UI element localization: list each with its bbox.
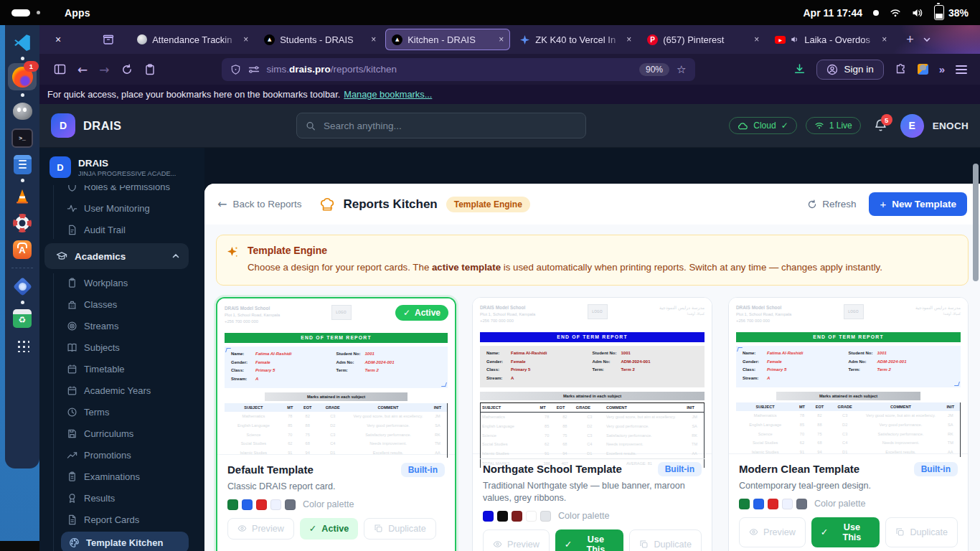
activities-indicator[interactable]: [11, 9, 40, 17]
sidebar-item-streams[interactable]: Streams: [39, 315, 204, 336]
tab-close-icon[interactable]: ×: [499, 34, 504, 44]
sidebar-item-promotions[interactable]: Promotions: [39, 444, 204, 466]
refresh-button[interactable]: Refresh: [807, 199, 856, 209]
preview-button[interactable]: Preview: [739, 517, 806, 547]
app-grid-icon[interactable]: [10, 334, 34, 357]
sign-in-button[interactable]: Sign in: [816, 60, 883, 80]
reload-icon[interactable]: [121, 64, 133, 75]
tab-pinterest[interactable]: P (657) Pinterest ×: [641, 29, 765, 50]
download-icon[interactable]: [793, 63, 806, 75]
sidebar-item-report-cards[interactable]: Report Cards: [39, 509, 204, 530]
table-cell: Excellent results.: [348, 448, 428, 458]
table-cell: Science: [225, 430, 283, 439]
template-card-modern-clean[interactable]: DRAIS Model SchoolPlot 1, School Road, K…: [728, 297, 969, 551]
extension-icon[interactable]: [918, 64, 928, 75]
apps-menu[interactable]: Apps: [65, 7, 90, 19]
firefox-icon[interactable]: 1: [8, 63, 37, 90]
vscode-icon[interactable]: [10, 31, 34, 54]
sidebar-item-workplans[interactable]: Workplans: [39, 272, 204, 293]
tab-close-icon[interactable]: ×: [754, 34, 759, 44]
clock[interactable]: Apr 11 17:44: [803, 7, 862, 19]
zoom-level-badge[interactable]: 90%: [639, 63, 669, 76]
clipboard-icon[interactable]: [144, 64, 156, 75]
battery-indicator[interactable]: 38%: [934, 5, 969, 20]
live-status-badge[interactable]: 1 Live: [806, 117, 861, 134]
sidebar-item-results[interactable]: Results: [39, 487, 204, 509]
tab-students[interactable]: ▲ Students - DRAIS ×: [258, 29, 382, 50]
global-search[interactable]: [296, 113, 586, 138]
sidebar-item-subjects[interactable]: Subjects: [39, 336, 204, 358]
tab-youtube[interactable]: ▶ Laika - Overdos ×: [768, 29, 893, 50]
container-box-icon[interactable]: [103, 34, 114, 45]
globe-favicon: [136, 34, 147, 45]
use-this-button[interactable]: ✓Use This: [555, 529, 624, 551]
tab-close-icon[interactable]: ×: [626, 34, 631, 44]
app-store-icon[interactable]: A: [10, 238, 34, 261]
tab-list-chevron-icon[interactable]: [923, 35, 931, 44]
user-name[interactable]: ENOCH: [933, 121, 969, 131]
sidebar-item-academic-years[interactable]: Academic Years: [39, 380, 204, 401]
template-card-default[interactable]: ✓Active DRAIS Model SchoolPlot 1, School…: [216, 297, 456, 551]
tab-kitchen-active[interactable]: ▲ Kitchen - DRAIS ×: [385, 29, 510, 50]
sidebar-item-template-kitchen[interactable]: Template Kitchen: [61, 532, 189, 551]
builder-icon[interactable]: [10, 275, 34, 298]
active-button[interactable]: ✓Active: [300, 518, 358, 540]
sidebar-item-timetable[interactable]: Timetable: [39, 358, 204, 380]
brand-name[interactable]: DRAIS: [83, 119, 121, 133]
duplicate-button[interactable]: Duplicate: [629, 529, 702, 551]
school-block[interactable]: D DRAIS JINJA PROGRESSIVE ACADE...: [39, 148, 204, 185]
close-icon[interactable]: ×: [55, 34, 61, 45]
help-lifebuoy-icon[interactable]: [10, 212, 34, 235]
url-bar[interactable]: sims.drais.pro/reports/kitchen 90% ☆: [222, 58, 695, 81]
sidebar-item-classes[interactable]: Classes: [39, 293, 204, 315]
shield-icon[interactable]: [230, 64, 241, 75]
overflow-chevrons-icon[interactable]: »: [939, 63, 945, 75]
template-card-northgate[interactable]: DRAIS Model SchoolPlot 1, School Road, K…: [472, 297, 712, 551]
tab-close-icon[interactable]: ×: [371, 34, 376, 44]
tab-close-icon[interactable]: ×: [243, 34, 248, 44]
new-template-button[interactable]: + New Template: [869, 192, 967, 216]
bookmark-star-icon[interactable]: ☆: [677, 63, 686, 76]
files-icon[interactable]: [10, 153, 34, 176]
palette-label: Color palette: [558, 511, 609, 521]
url-text[interactable]: sims.drais.pro/reports/kitchen: [267, 64, 397, 75]
sidebar-item-roles-permissions[interactable]: Roles & Permissions: [39, 185, 204, 197]
use-this-button[interactable]: ✓Use This: [811, 517, 880, 547]
tab-audio-icon[interactable]: [791, 35, 799, 44]
permissions-icon[interactable]: [248, 65, 260, 75]
tab-close-icon[interactable]: ×: [882, 34, 887, 44]
notifications-button[interactable]: 5: [874, 118, 887, 133]
extensions-puzzle-icon[interactable]: [895, 63, 907, 75]
sidebar-item-curriculums[interactable]: Curriculums: [39, 423, 204, 444]
terminal-icon[interactable]: >_: [10, 126, 34, 149]
preview-button[interactable]: Preview: [483, 529, 550, 551]
tab-zk-vercel[interactable]: ZK K40 to Vercel In ×: [513, 29, 638, 50]
menu-icon[interactable]: [956, 65, 967, 74]
sidebar-item-user-monitoring[interactable]: User Monitoring: [39, 197, 204, 219]
tab-attendance[interactable]: Attendance Trackin ×: [130, 29, 255, 50]
vlc-icon[interactable]: [10, 185, 34, 208]
sidebar-item-terms[interactable]: Terms: [39, 401, 204, 423]
wifi-icon[interactable]: [890, 8, 901, 18]
forward-icon[interactable]: →: [99, 62, 109, 77]
duplicate-button[interactable]: Duplicate: [364, 518, 436, 540]
gimp-icon[interactable]: [10, 100, 34, 123]
user-avatar[interactable]: E: [900, 114, 924, 138]
sidebar-item-examinations[interactable]: Examinations: [39, 466, 204, 487]
sidebar-item-audit-trail[interactable]: Audit Trail: [39, 219, 204, 240]
sidebar-section-academics[interactable]: Academics: [44, 243, 189, 269]
search-input[interactable]: [322, 120, 577, 132]
volume-icon[interactable]: [912, 8, 923, 18]
back-to-reports-link[interactable]: ← Back to Reports: [217, 197, 301, 211]
trash-icon[interactable]: ♻: [10, 307, 34, 330]
drais-logo[interactable]: D: [51, 113, 75, 138]
bookmarks-hint: For quick access, place your bookmarks h…: [47, 89, 340, 100]
sidebar-toggle-icon[interactable]: [54, 64, 66, 75]
back-icon[interactable]: ←: [77, 62, 88, 77]
manage-bookmarks-link[interactable]: Manage bookmarks...: [344, 89, 432, 100]
duplicate-button[interactable]: Duplicate: [885, 517, 958, 547]
page-scrollbar[interactable]: [973, 164, 979, 281]
new-tab-button[interactable]: +: [906, 32, 914, 47]
cloud-status-badge[interactable]: Cloud ✓: [729, 117, 796, 134]
preview-button[interactable]: Preview: [227, 518, 294, 540]
